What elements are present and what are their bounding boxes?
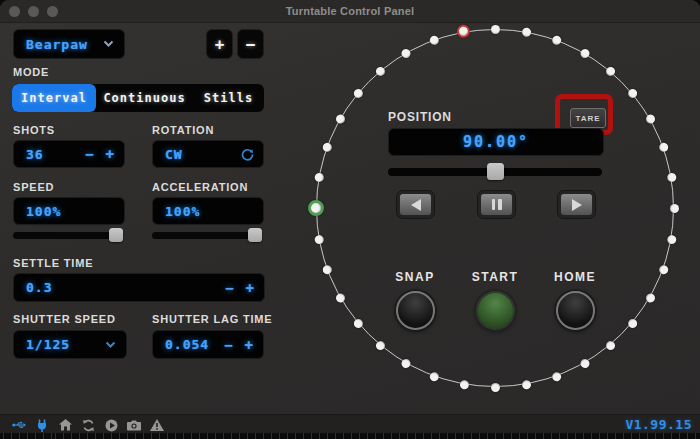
step-back-button[interactable] bbox=[397, 191, 434, 218]
dial-dot bbox=[459, 379, 469, 389]
tab-stills[interactable]: Stills bbox=[193, 84, 264, 112]
tab-interval[interactable]: Interval bbox=[12, 84, 96, 112]
home-position-dot bbox=[308, 200, 324, 216]
shots-increment-button[interactable]: + bbox=[106, 146, 115, 162]
dial-dot bbox=[670, 204, 679, 213]
status-bar: V1.99.15 bbox=[0, 414, 700, 433]
version-label: V1.99.15 bbox=[625, 417, 692, 432]
position-label: POSITION bbox=[388, 110, 452, 124]
home-button[interactable] bbox=[556, 291, 595, 330]
acceleration-slider[interactable] bbox=[152, 232, 262, 239]
camera-icon bbox=[127, 418, 141, 432]
shutter-lag-value: 0.054 bbox=[153, 337, 209, 352]
desktop-background-strip bbox=[0, 433, 700, 439]
rotation-value: CW bbox=[153, 147, 183, 162]
preset-dropdown[interactable]: Bearpaw bbox=[13, 29, 125, 59]
mode-tab-bar: Interval Continuous Stills bbox=[12, 84, 264, 112]
settle-time-field[interactable]: 0.3 − + bbox=[13, 273, 265, 302]
rotation-label: ROTATION bbox=[152, 124, 214, 136]
rotation-field[interactable]: CW bbox=[152, 140, 264, 168]
shots-label: SHOTS bbox=[13, 124, 55, 136]
window-title: Turntable Control Panel bbox=[0, 0, 700, 22]
home-icon bbox=[58, 418, 72, 432]
start-label: START bbox=[450, 270, 540, 284]
acceleration-value: 100% bbox=[153, 204, 200, 219]
chevron-down-icon bbox=[105, 341, 126, 349]
dial-dot bbox=[314, 234, 324, 244]
settle-time-increment-button[interactable]: + bbox=[246, 280, 255, 296]
add-preset-button[interactable]: + bbox=[206, 29, 233, 59]
dial-dot bbox=[521, 379, 531, 389]
mode-label: MODE bbox=[13, 66, 49, 78]
position-slider-handle[interactable] bbox=[487, 163, 504, 180]
dial-dot bbox=[666, 172, 676, 182]
shots-decrement-button[interactable]: − bbox=[85, 146, 94, 162]
settle-time-decrement-button[interactable]: − bbox=[225, 280, 234, 296]
dial-dot bbox=[491, 25, 500, 34]
play-circle-icon bbox=[104, 418, 118, 432]
speed-slider[interactable] bbox=[13, 232, 123, 239]
settle-time-label: SETTLE TIME bbox=[13, 257, 93, 269]
speed-field[interactable]: 100% bbox=[13, 197, 125, 225]
forward-arrow-icon bbox=[572, 199, 582, 211]
turntable-control-panel-window: Turntable Control Panel Bearpaw + − MODE… bbox=[0, 0, 700, 433]
shutter-lag-field[interactable]: 0.054 − + bbox=[152, 330, 264, 359]
back-arrow-icon bbox=[411, 199, 421, 211]
position-value: 90.00° bbox=[463, 133, 529, 151]
speed-value: 100% bbox=[14, 204, 61, 219]
home-label: HOME bbox=[530, 270, 620, 284]
dial-dot bbox=[666, 234, 676, 244]
shutter-speed-dropdown[interactable]: 1/125 bbox=[13, 330, 127, 359]
position-display: 90.00° bbox=[388, 128, 604, 156]
acceleration-slider-handle[interactable] bbox=[248, 228, 262, 242]
dial-dot bbox=[314, 172, 324, 182]
tab-continuous[interactable]: Continuous bbox=[96, 84, 193, 112]
sync-icon bbox=[81, 418, 95, 432]
shutter-lag-decrement-button[interactable]: − bbox=[224, 337, 233, 353]
rotation-toggle-icon[interactable] bbox=[241, 148, 263, 161]
settle-time-value: 0.3 bbox=[14, 280, 52, 295]
acceleration-label: ACCELERATION bbox=[152, 181, 248, 193]
chevron-down-icon bbox=[103, 40, 124, 48]
usb-icon bbox=[12, 418, 26, 432]
snap-label: SNAP bbox=[370, 270, 460, 284]
start-button[interactable] bbox=[476, 291, 515, 330]
shots-field[interactable]: 36 − + bbox=[13, 140, 125, 168]
power-plug-icon bbox=[35, 418, 49, 432]
warning-icon bbox=[150, 418, 164, 432]
speed-label: SPEED bbox=[13, 181, 54, 193]
shots-value: 36 bbox=[14, 147, 44, 162]
remove-preset-button[interactable]: − bbox=[237, 29, 264, 59]
speed-slider-handle[interactable] bbox=[109, 228, 123, 242]
snap-button[interactable] bbox=[396, 291, 435, 330]
dial-dot bbox=[491, 383, 500, 392]
preset-value: Bearpaw bbox=[14, 37, 88, 52]
title-bar: Turntable Control Panel bbox=[0, 0, 700, 23]
pause-icon bbox=[492, 199, 496, 210]
position-slider[interactable] bbox=[388, 168, 602, 176]
shutter-speed-label: SHUTTER SPEED bbox=[13, 313, 116, 325]
pause-button[interactable] bbox=[478, 191, 515, 218]
shutter-lag-increment-button[interactable]: + bbox=[245, 337, 254, 353]
shutter-lag-label: SHUTTER LAG TIME bbox=[152, 313, 272, 325]
dial-dot bbox=[521, 27, 531, 37]
acceleration-field[interactable]: 100% bbox=[152, 197, 264, 225]
shutter-speed-value: 1/125 bbox=[14, 337, 70, 352]
step-forward-button[interactable] bbox=[558, 191, 595, 218]
